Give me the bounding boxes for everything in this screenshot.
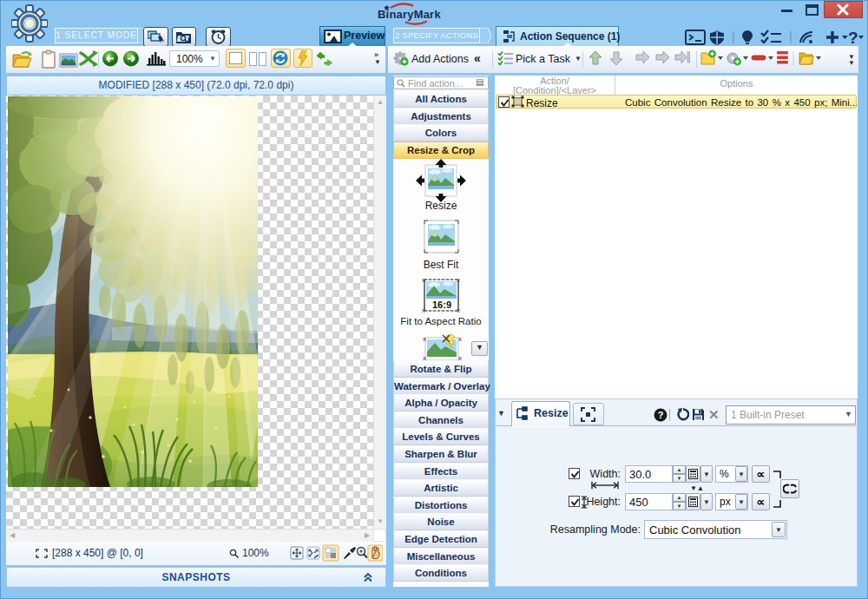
svg-text:x: x <box>423 354 426 360</box>
svg-text:x: x <box>457 306 460 313</box>
svg-text:16:9: 16:9 <box>432 300 451 310</box>
svg-text:x: x <box>422 306 425 313</box>
svg-text:x: x <box>458 335 462 343</box>
svg-text:x: x <box>458 354 462 360</box>
svg-text:?: ? <box>848 29 858 46</box>
svg-text:x: x <box>457 277 460 284</box>
svg-text:x: x <box>422 277 425 284</box>
svg-text:?: ? <box>658 410 664 420</box>
svg-text:x: x <box>423 335 426 343</box>
